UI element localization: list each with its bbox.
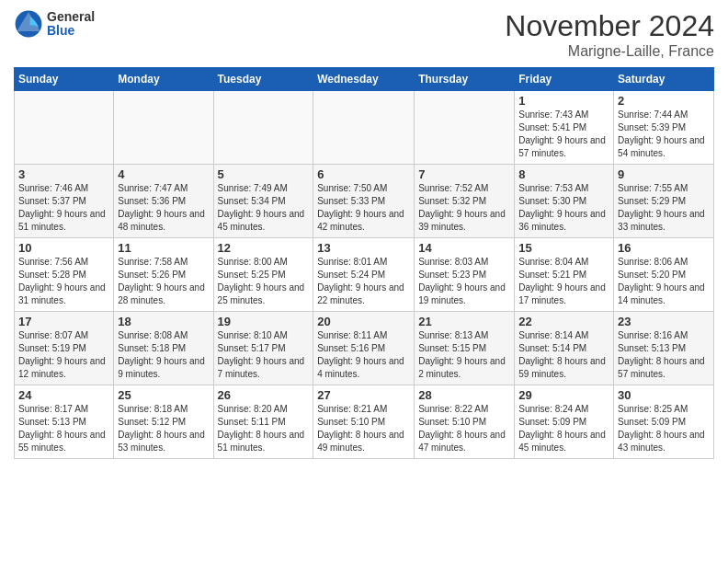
header-saturday: Saturday (614, 68, 714, 91)
location-title: Marigne-Laille, France (505, 43, 714, 60)
day-number: 21 (418, 315, 510, 328)
day-info: Sunrise: 8:07 AM Sunset: 5:19 PM Dayligh… (18, 329, 109, 381)
week-row-4: 24Sunrise: 8:17 AM Sunset: 5:13 PM Dayli… (15, 385, 714, 459)
table-cell: 6Sunrise: 7:50 AM Sunset: 5:33 PM Daylig… (313, 165, 415, 238)
day-info: Sunrise: 8:11 AM Sunset: 5:16 PM Dayligh… (317, 329, 410, 381)
day-number: 15 (518, 241, 609, 255)
day-info: Sunrise: 8:13 AM Sunset: 5:15 PM Dayligh… (418, 329, 510, 381)
day-number: 16 (618, 241, 710, 255)
table-cell (415, 91, 515, 165)
table-cell: 18Sunrise: 8:08 AM Sunset: 5:18 PM Dayli… (114, 312, 213, 385)
table-cell: 22Sunrise: 8:14 AM Sunset: 5:14 PM Dayli… (515, 312, 614, 385)
table-cell: 3Sunrise: 7:46 AM Sunset: 5:37 PM Daylig… (15, 165, 114, 238)
calendar-header-row: Sunday Monday Tuesday Wednesday Thursday… (15, 68, 714, 91)
day-number: 10 (18, 241, 109, 255)
table-cell: 5Sunrise: 7:49 AM Sunset: 5:34 PM Daylig… (213, 165, 313, 238)
day-number: 5 (218, 167, 310, 181)
day-number: 14 (418, 241, 510, 255)
table-cell (213, 91, 313, 165)
day-number: 8 (518, 167, 609, 181)
title-area: November 2024 Marigne-Laille, France (505, 9, 714, 60)
month-title: November 2024 (505, 9, 714, 43)
day-number: 12 (218, 241, 310, 255)
day-info: Sunrise: 7:56 AM Sunset: 5:28 PM Dayligh… (18, 256, 109, 307)
day-info: Sunrise: 8:18 AM Sunset: 5:12 PM Dayligh… (118, 403, 209, 454)
table-cell: 29Sunrise: 8:24 AM Sunset: 5:09 PM Dayli… (515, 385, 614, 459)
table-cell: 27Sunrise: 8:21 AM Sunset: 5:10 PM Dayli… (313, 385, 415, 459)
table-cell: 9Sunrise: 7:55 AM Sunset: 5:29 PM Daylig… (614, 165, 714, 238)
day-info: Sunrise: 7:55 AM Sunset: 5:29 PM Dayligh… (618, 182, 710, 234)
table-cell: 8Sunrise: 7:53 AM Sunset: 5:30 PM Daylig… (515, 165, 614, 238)
day-number: 30 (618, 388, 710, 402)
table-cell: 28Sunrise: 8:22 AM Sunset: 5:10 PM Dayli… (415, 385, 515, 459)
day-number: 4 (118, 167, 209, 181)
day-number: 26 (218, 388, 310, 402)
day-number: 9 (618, 167, 710, 181)
day-number: 27 (317, 388, 410, 402)
day-info: Sunrise: 7:52 AM Sunset: 5:32 PM Dayligh… (418, 182, 510, 234)
logo: General Blue (14, 9, 95, 39)
day-number: 23 (618, 315, 710, 328)
header: General Blue November 2024 Marigne-Laill… (14, 9, 714, 60)
calendar: Sunday Monday Tuesday Wednesday Thursday… (14, 67, 714, 459)
logo-blue: Blue (47, 24, 95, 38)
table-cell: 26Sunrise: 8:20 AM Sunset: 5:11 PM Dayli… (213, 385, 313, 459)
day-info: Sunrise: 7:44 AM Sunset: 5:39 PM Dayligh… (618, 109, 710, 160)
day-info: Sunrise: 7:43 AM Sunset: 5:41 PM Dayligh… (518, 109, 609, 160)
header-thursday: Thursday (415, 68, 515, 91)
day-info: Sunrise: 7:46 AM Sunset: 5:37 PM Dayligh… (18, 182, 109, 234)
table-cell: 20Sunrise: 8:11 AM Sunset: 5:16 PM Dayli… (313, 312, 415, 385)
day-number: 25 (118, 388, 209, 402)
day-info: Sunrise: 8:22 AM Sunset: 5:10 PM Dayligh… (418, 403, 510, 454)
table-cell: 14Sunrise: 8:03 AM Sunset: 5:23 PM Dayli… (415, 238, 515, 312)
week-row-1: 3Sunrise: 7:46 AM Sunset: 5:37 PM Daylig… (15, 165, 714, 238)
day-info: Sunrise: 8:25 AM Sunset: 5:09 PM Dayligh… (618, 403, 710, 454)
table-cell (15, 91, 114, 165)
day-info: Sunrise: 8:08 AM Sunset: 5:18 PM Dayligh… (118, 329, 209, 381)
table-cell: 21Sunrise: 8:13 AM Sunset: 5:15 PM Dayli… (415, 312, 515, 385)
day-info: Sunrise: 8:10 AM Sunset: 5:17 PM Dayligh… (218, 329, 310, 381)
day-info: Sunrise: 7:49 AM Sunset: 5:34 PM Dayligh… (218, 182, 310, 234)
day-info: Sunrise: 8:14 AM Sunset: 5:14 PM Dayligh… (518, 329, 609, 381)
day-number: 6 (317, 167, 410, 181)
day-number: 18 (118, 315, 209, 328)
day-info: Sunrise: 8:00 AM Sunset: 5:25 PM Dayligh… (218, 256, 310, 307)
day-number: 28 (418, 388, 510, 402)
logo-text: General Blue (47, 10, 95, 39)
day-number: 17 (18, 315, 109, 328)
header-sunday: Sunday (15, 68, 114, 91)
week-row-2: 10Sunrise: 7:56 AM Sunset: 5:28 PM Dayli… (15, 238, 714, 312)
day-info: Sunrise: 7:58 AM Sunset: 5:26 PM Dayligh… (118, 256, 209, 307)
logo-icon (14, 9, 43, 39)
day-info: Sunrise: 8:17 AM Sunset: 5:13 PM Dayligh… (18, 403, 109, 454)
day-info: Sunrise: 7:50 AM Sunset: 5:33 PM Dayligh… (317, 182, 410, 234)
day-info: Sunrise: 7:47 AM Sunset: 5:36 PM Dayligh… (118, 182, 209, 234)
day-number: 19 (218, 315, 310, 328)
table-cell (313, 91, 415, 165)
day-number: 22 (518, 315, 609, 328)
table-cell: 10Sunrise: 7:56 AM Sunset: 5:28 PM Dayli… (15, 238, 114, 312)
day-info: Sunrise: 8:24 AM Sunset: 5:09 PM Dayligh… (518, 403, 609, 454)
day-number: 2 (618, 94, 710, 108)
table-cell: 30Sunrise: 8:25 AM Sunset: 5:09 PM Dayli… (614, 385, 714, 459)
header-tuesday: Tuesday (213, 68, 313, 91)
header-monday: Monday (114, 68, 213, 91)
table-cell: 25Sunrise: 8:18 AM Sunset: 5:12 PM Dayli… (114, 385, 213, 459)
day-number: 7 (418, 167, 510, 181)
table-cell: 19Sunrise: 8:10 AM Sunset: 5:17 PM Dayli… (213, 312, 313, 385)
day-number: 13 (317, 241, 410, 255)
day-info: Sunrise: 8:06 AM Sunset: 5:20 PM Dayligh… (618, 256, 710, 307)
table-cell (114, 91, 213, 165)
header-friday: Friday (515, 68, 614, 91)
table-cell: 7Sunrise: 7:52 AM Sunset: 5:32 PM Daylig… (415, 165, 515, 238)
table-cell: 17Sunrise: 8:07 AM Sunset: 5:19 PM Dayli… (15, 312, 114, 385)
table-cell: 11Sunrise: 7:58 AM Sunset: 5:26 PM Dayli… (114, 238, 213, 312)
week-row-3: 17Sunrise: 8:07 AM Sunset: 5:19 PM Dayli… (15, 312, 714, 385)
day-info: Sunrise: 8:21 AM Sunset: 5:10 PM Dayligh… (317, 403, 410, 454)
table-cell: 12Sunrise: 8:00 AM Sunset: 5:25 PM Dayli… (213, 238, 313, 312)
day-number: 11 (118, 241, 209, 255)
table-cell: 16Sunrise: 8:06 AM Sunset: 5:20 PM Dayli… (614, 238, 714, 312)
table-cell: 13Sunrise: 8:01 AM Sunset: 5:24 PM Dayli… (313, 238, 415, 312)
table-cell: 15Sunrise: 8:04 AM Sunset: 5:21 PM Dayli… (515, 238, 614, 312)
table-cell: 24Sunrise: 8:17 AM Sunset: 5:13 PM Dayli… (15, 385, 114, 459)
